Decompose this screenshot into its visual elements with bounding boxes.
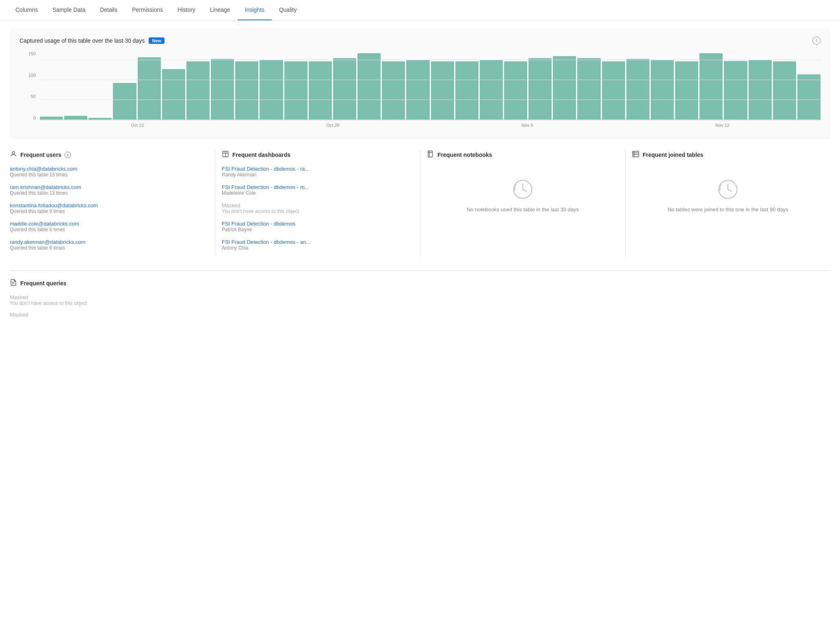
user-item-2: konstantina.fotiadou@databricks.com Quer… [10, 202, 208, 214]
dashboards-list: FSI Fraud Detection - dbdemos - ra... Ra… [222, 166, 414, 251]
chart-area [40, 51, 821, 120]
tab-sample-data[interactable]: Sample Data [45, 0, 93, 20]
tab-bar: Columns Sample Data Details Permissions … [0, 0, 840, 20]
notebooks-empty-text: No notebooks used this table in the last… [467, 206, 579, 214]
bar-26 [675, 61, 698, 120]
new-badge: New [149, 37, 165, 44]
bar-29 [749, 60, 772, 120]
tab-columns[interactable]: Columns [8, 0, 45, 20]
frequent-dashboards-title: Frequent dashboards [232, 152, 290, 158]
x-label-nov5: Nov 5 [522, 123, 533, 128]
dashboard-name-0[interactable]: FSI Fraud Detection - dbdemos - ra... [222, 166, 414, 172]
frequent-joined-tables-col: Frequent joined tables No tables were jo… [625, 150, 830, 257]
user-query-count-4: Queried this table 6 times [10, 245, 208, 251]
user-query-count-1: Queried this table 13 times [10, 190, 208, 196]
tab-lineage[interactable]: Lineage [203, 0, 238, 20]
svg-point-0 [12, 152, 15, 154]
bar-15 [406, 60, 429, 120]
frequent-users-header: Frequent users i [10, 150, 208, 159]
query-item-1: Masked [10, 312, 830, 318]
frequent-joined-tables-title: Frequent joined tables [643, 152, 703, 158]
bar-10 [284, 61, 307, 120]
bar-8 [235, 61, 258, 120]
bar-5 [162, 69, 185, 120]
frequent-queries-title: Frequent queries [20, 280, 67, 287]
bar-16 [431, 61, 454, 120]
bar-24 [626, 59, 649, 120]
tab-details[interactable]: Details [93, 0, 125, 20]
y-label-0: 0 [19, 115, 36, 120]
bar-13 [357, 53, 381, 120]
query-masked-label-0: Masked [10, 294, 830, 300]
user-item-0: antony.chia@databricks.com Queried this … [10, 166, 208, 178]
bar-6 [186, 61, 210, 120]
frequent-queries-section: Frequent queries Masked You don't have a… [10, 270, 830, 318]
chart-container: 0 50 100 150 Oct 22 Oct 29 Nov 5 Nov [19, 51, 821, 132]
joined-tables-empty-icon [717, 178, 739, 201]
dashboard-name-1[interactable]: FSI Fraud Detection - dbdemos - m... [222, 184, 414, 190]
user-email-1[interactable]: ram.krishnan@databricks.com [10, 184, 208, 190]
dashboard-author-0: Randy Akerman [222, 172, 414, 178]
dashboard-name-3[interactable]: FSI Fraud Detection - dbdemos [222, 221, 414, 227]
query-masked-label-1: Masked [10, 312, 830, 318]
bar-11 [309, 61, 332, 120]
y-axis: 0 50 100 150 [19, 51, 36, 120]
query-masked-desc-0: You don't have access to this object [10, 300, 830, 306]
tab-quality[interactable]: Quality [272, 0, 304, 20]
user-query-count-3: Queried this table 8 times [10, 227, 208, 232]
x-label-nov12: Nov 12 [715, 123, 730, 128]
bar-31 [797, 74, 821, 120]
user-query-count-2: Queried this table 9 times [10, 208, 208, 214]
x-label-oct29: Oct 29 [326, 123, 339, 128]
user-query-count-0: Queried this table 13 times [10, 172, 208, 178]
frequent-notebooks-col: Frequent notebooks No notebooks used thi… [420, 150, 625, 257]
bar-23 [602, 61, 625, 120]
svg-rect-4 [428, 151, 433, 157]
bar-25 [651, 60, 674, 120]
bar-20 [528, 58, 552, 120]
frequent-joined-tables-header: Frequent joined tables [632, 150, 824, 159]
user-email-4[interactable]: randy.akerman@databricks.com [10, 239, 208, 245]
info-icon[interactable]: i [812, 37, 821, 45]
x-label-oct22: Oct 22 [131, 123, 144, 128]
dashboard-name-4[interactable]: FSI Fraud Detection - dbdemos - an... [222, 239, 414, 245]
dashboard-item-1: FSI Fraud Detection - dbdemos - m... Mad… [222, 184, 414, 196]
notebooks-empty-state: No notebooks used this table in the last… [427, 166, 619, 226]
user-item-1: ram.krishnan@databricks.com Queried this… [10, 184, 208, 196]
bar-0 [40, 117, 63, 120]
frequent-dashboards-col: Frequent dashboards FSI Fraud Detection … [215, 150, 420, 257]
user-email-3[interactable]: maddie.cole@databricks.com [10, 221, 208, 227]
bar-18 [480, 60, 503, 120]
dashboard-icon [222, 150, 229, 159]
bar-17 [455, 61, 478, 120]
joined-tables-icon [632, 150, 639, 159]
joined-tables-empty-state: No tables were joined to this one in the… [632, 166, 824, 226]
user-item-3: maddie.cole@databricks.com Queried this … [10, 221, 208, 232]
usage-title-text: Captured usage of this table over the la… [19, 37, 145, 44]
bar-21 [553, 56, 576, 120]
dashboard-author-1: Madeleine Cole [222, 190, 414, 196]
tab-insights[interactable]: Insights [238, 0, 272, 20]
user-email-2[interactable]: konstantina.fotiadou@databricks.com [10, 202, 208, 208]
frequent-dashboards-header: Frequent dashboards [222, 150, 414, 159]
tab-history[interactable]: History [170, 0, 203, 20]
frequent-queries-header: Frequent queries [10, 279, 830, 288]
bar-1 [64, 116, 87, 120]
query-item-0: Masked You don't have access to this obj… [10, 294, 830, 306]
insights-grid: Frequent users i antony.chia@databricks.… [10, 150, 830, 257]
user-icon [10, 150, 17, 159]
frequent-notebooks-header: Frequent notebooks [427, 150, 619, 159]
dashboard-item-4: FSI Fraud Detection - dbdemos - an... An… [222, 239, 414, 251]
user-email-0[interactable]: antony.chia@databricks.com [10, 166, 208, 172]
bar-22 [577, 58, 600, 120]
queries-list: Masked You don't have access to this obj… [10, 294, 830, 318]
tab-permissions[interactable]: Permissions [125, 0, 170, 20]
dashboard-author-4: Antony Chia [222, 245, 414, 251]
frequent-notebooks-title: Frequent notebooks [437, 152, 492, 158]
usage-title: Captured usage of this table over the la… [19, 37, 165, 44]
bar-12 [333, 58, 356, 120]
svg-rect-8 [633, 151, 639, 157]
bar-7 [211, 59, 234, 120]
frequent-users-info-icon[interactable]: i [65, 152, 71, 158]
bar-30 [773, 61, 796, 120]
